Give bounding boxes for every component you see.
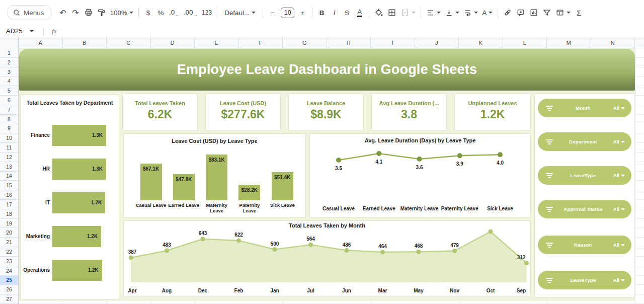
row-header[interactable]: 23 bbox=[0, 257, 18, 266]
row-header[interactable]: 2 bbox=[0, 58, 18, 67]
vertical-align-button[interactable] bbox=[443, 6, 461, 20]
functions-button[interactable]: Σ bbox=[573, 6, 585, 20]
column-header[interactable]: C bbox=[107, 37, 151, 48]
paint-format-button[interactable] bbox=[95, 6, 108, 20]
row-header[interactable]: 9 bbox=[0, 124, 18, 134]
more-formats-button[interactable]: 123 bbox=[200, 6, 214, 20]
row-header[interactable]: 6 bbox=[0, 96, 18, 105]
row-header[interactable]: 16 bbox=[0, 190, 18, 200]
row-header[interactable]: 22 bbox=[0, 247, 18, 257]
name-box[interactable]: AD25 bbox=[0, 27, 38, 35]
row-header[interactable]: 17 bbox=[0, 200, 18, 209]
menus-search-button[interactable]: Menus bbox=[7, 5, 52, 20]
slicer-approval-status[interactable]: Approval StatusAll bbox=[538, 200, 631, 218]
bold-button[interactable]: B bbox=[315, 6, 328, 20]
row-header[interactable]: 3 bbox=[0, 67, 18, 77]
slicer-month[interactable]: MonthAll bbox=[538, 99, 631, 117]
chart-leave-cost-by-type[interactable]: Leave Cost (USD) by Leave Type $67.1KCas… bbox=[123, 133, 306, 218]
slicer-leavetype[interactable]: LeaveTypeAll bbox=[538, 166, 631, 185]
slicer-value-dropdown[interactable]: All bbox=[613, 206, 625, 212]
row-header[interactable]: 12 bbox=[0, 153, 18, 162]
insert-chart-button[interactable] bbox=[527, 6, 540, 20]
column-header[interactable]: H bbox=[327, 37, 371, 48]
column-header[interactable]: N bbox=[591, 37, 635, 48]
undo-icon: ↶ bbox=[59, 8, 66, 18]
text-color-button[interactable]: A bbox=[353, 6, 366, 20]
kpi-card[interactable]: Unplanned Leaves1.2K bbox=[454, 93, 531, 131]
row-header[interactable]: 27 bbox=[0, 294, 18, 304]
filter-icon bbox=[545, 206, 553, 213]
slicer-department[interactable]: DepartmentAll bbox=[538, 132, 631, 151]
column-header[interactable]: F bbox=[239, 37, 283, 48]
increase-font-size-button[interactable]: + bbox=[296, 6, 309, 20]
increase-decimal-button[interactable]: .00→ bbox=[182, 6, 200, 20]
row-header[interactable]: 10 bbox=[0, 133, 18, 143]
format-percent-button[interactable]: % bbox=[154, 6, 167, 20]
row-header[interactable]: 20 bbox=[0, 228, 18, 238]
row-header[interactable]: 1 bbox=[0, 48, 18, 58]
column-header[interactable]: L bbox=[503, 37, 547, 48]
create-filter-button[interactable] bbox=[540, 6, 553, 20]
font-size-input[interactable]: 10 bbox=[281, 8, 294, 18]
kpi-card[interactable]: Leave Balance$8.9K bbox=[288, 93, 364, 131]
column-header[interactable]: E bbox=[195, 37, 239, 48]
formula-input[interactable] bbox=[57, 25, 644, 37]
column-header[interactable]: J bbox=[415, 37, 459, 48]
text-wrap-button[interactable] bbox=[461, 6, 480, 20]
chart-leaves-by-month[interactable]: Total Leaves Taken by Month 387Apr483Aug… bbox=[123, 220, 531, 297]
column-header[interactable]: A bbox=[19, 37, 63, 48]
zoom-control[interactable]: 100% bbox=[108, 6, 136, 20]
borders-button[interactable] bbox=[385, 6, 398, 20]
slicer-value-dropdown[interactable]: All bbox=[613, 139, 625, 144]
column-header[interactable]: D bbox=[151, 37, 195, 48]
merge-cells-button[interactable] bbox=[398, 6, 418, 20]
row-header[interactable]: 21 bbox=[0, 238, 18, 247]
slicer-reason[interactable]: ReasonAll bbox=[538, 236, 631, 254]
row-header[interactable]: 26 bbox=[0, 285, 18, 294]
redo-button[interactable]: ↷ bbox=[69, 6, 82, 20]
row-header[interactable]: 11 bbox=[0, 143, 18, 153]
kpi-card[interactable]: Avg Leave Duration (...3.8 bbox=[371, 93, 447, 131]
row-header[interactable]: 13 bbox=[0, 162, 18, 172]
column-header[interactable]: I bbox=[371, 37, 415, 48]
decrease-decimal-button[interactable]: .0← bbox=[167, 6, 182, 20]
row-header[interactable]: 15 bbox=[0, 181, 18, 190]
slicer-value-dropdown[interactable]: All bbox=[613, 105, 625, 111]
kpi-card[interactable]: Total Leaves Taken6.2K bbox=[122, 93, 198, 131]
print-button[interactable] bbox=[82, 6, 95, 20]
column-header[interactable]: G bbox=[283, 37, 327, 48]
row-header[interactable]: 14 bbox=[0, 172, 18, 181]
slicer-value-dropdown[interactable]: All bbox=[613, 277, 625, 283]
decrease-font-size-button[interactable]: − bbox=[266, 6, 279, 20]
select-all-corner[interactable] bbox=[0, 37, 19, 48]
format-currency-button[interactable]: $ bbox=[142, 6, 154, 20]
table-views-button[interactable] bbox=[553, 6, 573, 20]
fill-color-button[interactable] bbox=[372, 6, 385, 20]
insert-link-button[interactable] bbox=[501, 6, 514, 20]
column-header[interactable]: K bbox=[459, 37, 503, 48]
row-header[interactable]: 25 bbox=[0, 276, 18, 285]
font-select[interactable]: Defaul... bbox=[220, 6, 260, 20]
row-header[interactable]: 24 bbox=[0, 266, 18, 276]
text-rotation-button[interactable]: A bbox=[480, 6, 495, 20]
chevron-down-icon bbox=[621, 279, 625, 281]
row-header[interactable]: 8 bbox=[0, 115, 18, 124]
insert-comment-button[interactable] bbox=[514, 6, 527, 20]
row-header[interactable]: 7 bbox=[0, 105, 18, 115]
column-header[interactable]: M bbox=[547, 37, 591, 48]
row-header[interactable]: 5 bbox=[0, 86, 18, 96]
row-header[interactable]: 4 bbox=[0, 77, 18, 86]
row-header[interactable]: 19 bbox=[0, 219, 18, 229]
italic-button[interactable]: I bbox=[328, 6, 341, 20]
slicer-value-dropdown[interactable]: All bbox=[613, 173, 625, 178]
strikethrough-button[interactable]: S bbox=[341, 6, 353, 20]
row-header[interactable]: 18 bbox=[0, 209, 18, 219]
slicer-value-dropdown[interactable]: All bbox=[613, 242, 625, 248]
column-header[interactable]: B bbox=[63, 37, 107, 48]
chart-leaves-by-department[interactable]: Total Leaves Taken by Department Finance… bbox=[20, 95, 119, 300]
kpi-card[interactable]: Leave Cost (USD)$277.6K bbox=[205, 93, 281, 131]
slicer-leavetype[interactable]: LeaveTypeAll bbox=[538, 271, 631, 289]
undo-button[interactable]: ↶ bbox=[57, 6, 69, 20]
chart-avg-leave-duration[interactable]: Avg. Leave Duration (Days) by Leave Type… bbox=[309, 133, 531, 218]
horizontal-align-button[interactable] bbox=[424, 6, 443, 20]
